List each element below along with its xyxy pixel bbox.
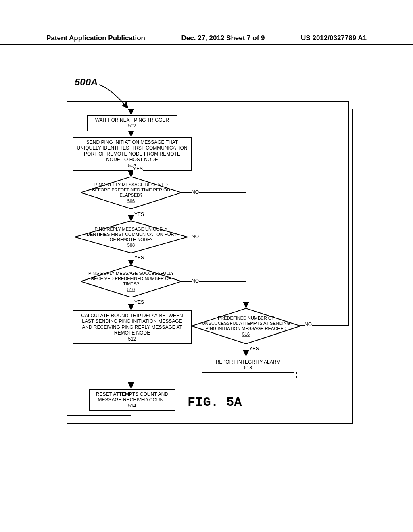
edge-yes-516: YES [249, 346, 259, 351]
diamond-text: PING REPLY MESSAGE RECEIVED BEFORE PREDE… [92, 182, 170, 197]
edge-yes-506: YES [134, 212, 144, 217]
diamond-ref: 510 [127, 287, 135, 291]
header-left: Patent Application Publication [46, 34, 145, 42]
box-ref: 502 [128, 123, 136, 129]
box-text: REPORT INTEGRITY ALARM [216, 359, 281, 365]
edge-no-506: NO [192, 189, 199, 195]
process-box-518: REPORT INTEGRITY ALARM 518 [202, 357, 294, 373]
decision-508: PING REPLY MESSAGE UNIQUELY IDENTIFIES F… [75, 221, 188, 253]
process-box-504: SEND PING INITIATION MESSAGE THAT UNIQUE… [73, 137, 192, 171]
box-ref: 518 [244, 365, 252, 370]
edge-yes-510: YES [134, 299, 144, 305]
process-box-502: WAIT FOR NEXT PING TRIGGER 502 [87, 115, 177, 131]
edge-yes-508: YES [134, 255, 144, 260]
process-box-514: RESET ATTEMPTS COUNT AND MESSAGE RECEIVE… [89, 389, 175, 411]
decision-506: PING REPLY MESSAGE RECEIVED BEFORE PREDE… [81, 177, 181, 209]
box-text: WAIT FOR NEXT PING TRIGGER [95, 117, 169, 123]
box-ref: 514 [128, 403, 136, 409]
page-header: Patent Application Publication Dec. 27, … [0, 34, 413, 45]
figure-label: FIG. 5A [188, 395, 242, 410]
diamond-text: PREDEFINED NUMBER OF UNSUCCESSFUL ATTEMP… [202, 316, 290, 331]
box-text: SEND PING INITIATION MESSAGE THAT UNIQUE… [77, 139, 188, 162]
diamond-ref: 516 [242, 331, 250, 336]
decision-510: PING REPLY MESSAGE SUCCESSFULLY RECEIVED… [81, 265, 181, 297]
header-center: Dec. 27, 2012 Sheet 7 of 9 [181, 34, 265, 42]
header-right: US 2012/0327789 A1 [301, 34, 367, 42]
box-text: CALCULATE ROUND-TRIP DELAY BETWEEN LAST … [81, 313, 183, 336]
edge-no-508: NO [192, 234, 199, 239]
diamond-ref: 508 [127, 242, 135, 247]
diamond-text: PING REPLY MESSAGE UNIQUELY IDENTIFIES F… [86, 227, 177, 242]
process-box-512: CALCULATE ROUND-TRIP DELAY BETWEEN LAST … [73, 310, 192, 344]
box-ref: 512 [128, 336, 136, 342]
diamond-text: PING REPLY MESSAGE SUCCESSFULLY RECEIVED… [88, 271, 174, 286]
reference-label-500a: 500A [75, 77, 98, 88]
decision-516: PREDEFINED NUMBER OF UNSUCCESSFUL ATTEMP… [192, 308, 300, 344]
edge-yes-504: YES [133, 166, 143, 172]
edge-no-516: NO [305, 322, 312, 327]
diamond-ref: 506 [127, 198, 135, 203]
edge-no-510: NO [192, 278, 199, 284]
box-text: RESET ATTEMPTS COUNT AND MESSAGE RECEIVE… [96, 391, 168, 403]
figure-area: 500A [67, 77, 357, 439]
